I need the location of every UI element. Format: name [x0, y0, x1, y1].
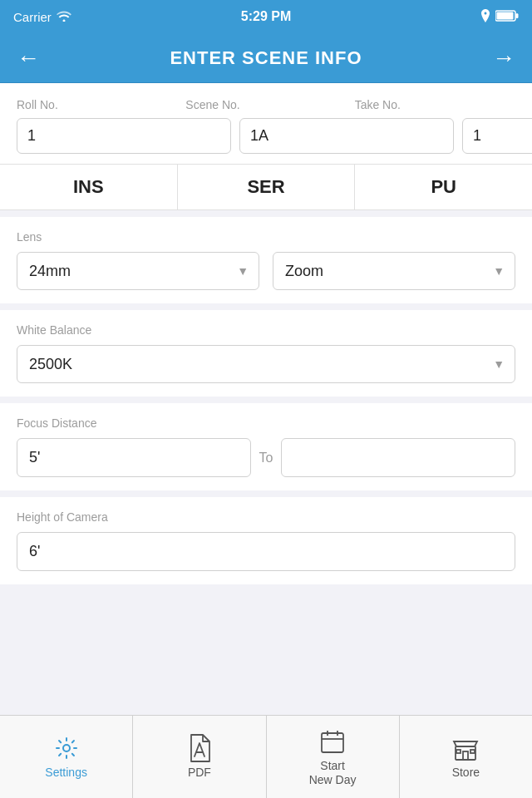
focus-row: To [17, 438, 515, 477]
white-balance-wrapper: 2500K 3200K 4300K 5600K 6500K ▼ [17, 345, 515, 383]
focus-from-input[interactable] [17, 438, 251, 477]
roll-scene-take-section: Roll No. Scene No. Take No. [0, 83, 532, 154]
tab-start-new-day-label: Start New Day [309, 759, 357, 787]
status-right [480, 9, 519, 25]
store-icon [451, 734, 480, 762]
focus-distance-label: Focus Distance [17, 416, 515, 430]
status-time: 5:29 PM [241, 9, 291, 24]
white-balance-label: White Balance [17, 323, 515, 337]
main-content: Roll No. Scene No. Take No. INS SER PU L… [0, 83, 532, 584]
settings-icon [52, 734, 81, 762]
type-pu[interactable]: PU [355, 165, 532, 209]
roll-input[interactable] [17, 118, 231, 154]
tab-bar: Settings PDF Start New Day [0, 715, 532, 798]
roll-label: Roll No. [17, 98, 177, 111]
start-new-day-icon [318, 727, 347, 756]
white-balance-select[interactable]: 2500K 3200K 4300K 5600K 6500K [17, 346, 515, 382]
rst-inputs [17, 118, 515, 154]
type-ser[interactable]: SER [178, 165, 356, 209]
take-input[interactable] [462, 118, 532, 154]
tab-settings-label: Settings [45, 766, 87, 780]
height-of-camera-section: Height of Camera [0, 490, 532, 584]
tab-pdf[interactable]: PDF [133, 716, 266, 798]
height-of-camera-label: Height of Camera [17, 510, 515, 524]
focus-to-input[interactable] [281, 438, 515, 477]
carrier-label: Carrier [13, 10, 52, 24]
svg-rect-11 [470, 750, 475, 753]
status-left: Carrier [13, 10, 71, 24]
forward-button[interactable]: → [492, 47, 515, 70]
scene-input[interactable] [239, 118, 454, 154]
height-of-camera-input[interactable] [17, 532, 515, 571]
lens-primary-wrapper: 24mm 35mm 50mm 85mm ▼ [17, 252, 259, 290]
tab-settings[interactable]: Settings [0, 716, 133, 798]
lens-zoom-wrapper: Zoom 1x 2x 3x ▼ [273, 252, 515, 290]
lens-row: 24mm 35mm 50mm 85mm ▼ Zoom 1x 2x 3x ▼ [17, 252, 515, 290]
svg-rect-2 [516, 13, 519, 18]
tab-store[interactable]: Store [400, 716, 532, 798]
back-button[interactable]: ← [17, 47, 40, 70]
lens-section: Lens 24mm 35mm 50mm 85mm ▼ Zoom 1x 2x 3x… [0, 210, 532, 303]
tab-start-new-day[interactable]: Start New Day [267, 716, 400, 798]
white-balance-section: White Balance 2500K 3200K 4300K 5600K 65… [0, 303, 532, 397]
location-icon [480, 9, 490, 25]
svg-rect-10 [456, 750, 461, 753]
nav-bar: ← ENTER SCENE INFO → [0, 33, 532, 83]
lens-primary-select[interactable]: 24mm 35mm 50mm 85mm [17, 253, 259, 289]
wifi-icon [57, 10, 71, 24]
rst-labels: Roll No. Scene No. Take No. [17, 98, 515, 111]
scene-label: Scene No. [185, 98, 346, 111]
focus-to-label: To [259, 451, 273, 466]
svg-rect-1 [497, 12, 514, 19]
pdf-icon [185, 734, 214, 762]
battery-icon [495, 10, 519, 24]
take-label: Take No. [355, 98, 515, 111]
type-row: INS SER PU [0, 164, 532, 210]
page-title: ENTER SCENE INFO [170, 47, 362, 69]
tab-store-label: Store [452, 766, 480, 780]
type-ins[interactable]: INS [0, 165, 178, 209]
lens-zoom-select[interactable]: Zoom 1x 2x 3x [273, 253, 515, 289]
svg-rect-9 [463, 751, 468, 760]
svg-rect-4 [322, 733, 343, 752]
focus-distance-section: Focus Distance To [0, 397, 532, 490]
status-bar: Carrier 5:29 PM [0, 0, 532, 33]
svg-point-3 [63, 745, 70, 751]
lens-label: Lens [17, 230, 515, 244]
tab-pdf-label: PDF [188, 766, 211, 780]
